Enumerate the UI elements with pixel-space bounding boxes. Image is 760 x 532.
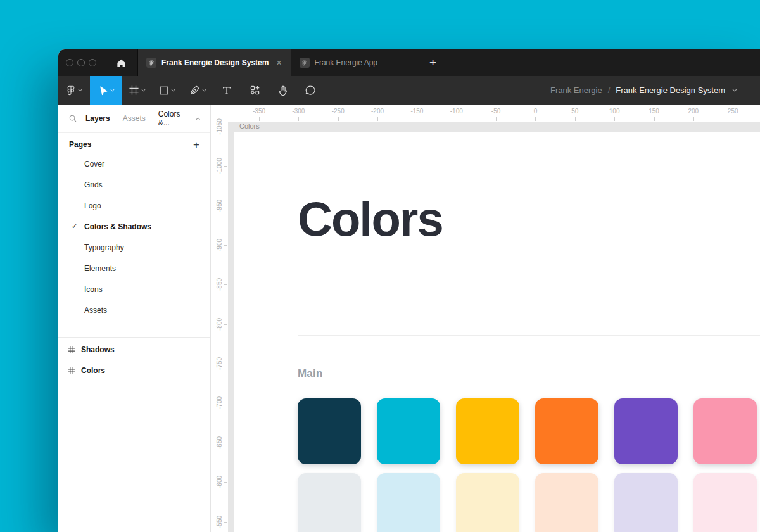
add-page-button[interactable]: +	[193, 139, 200, 150]
ruler-tick	[654, 117, 655, 121]
main-menu-button[interactable]	[58, 76, 90, 104]
page-label: Elements	[84, 264, 116, 273]
page-item[interactable]: Assets	[58, 300, 210, 320]
ruler-label: -50	[491, 108, 500, 115]
maximize-window-button[interactable]	[89, 59, 96, 66]
ruler-label: -600	[216, 474, 223, 491]
frame-name-label[interactable]: Colors	[239, 122, 260, 130]
chevron-down-icon	[202, 89, 206, 92]
home-button[interactable]	[104, 49, 138, 76]
page-item[interactable]: Logo	[58, 195, 210, 216]
ruler-tick	[224, 443, 227, 443]
tab-label: Frank Energie Design System	[162, 58, 269, 67]
color-swatch-purple[interactable]	[614, 398, 678, 464]
page-label: Cover	[84, 160, 104, 168]
tab-frank-energie-app[interactable]: Frank Energie App	[291, 49, 419, 76]
breadcrumb-team[interactable]: Frank Energie	[550, 86, 602, 95]
page-label: Assets	[84, 306, 107, 315]
pages-title: Pages	[69, 140, 91, 149]
ruler-tick	[259, 117, 260, 121]
shape-tool-button[interactable]	[152, 76, 182, 104]
ruler-tick	[535, 117, 536, 121]
ruler-label: -700	[216, 395, 223, 412]
ruler-label: 100	[609, 108, 620, 115]
move-cursor-icon	[98, 85, 108, 96]
pen-tool-button[interactable]	[182, 76, 213, 104]
search-button[interactable]	[68, 114, 77, 123]
color-swatch-pink-tint[interactable]	[694, 473, 757, 532]
breadcrumb-separator: /	[608, 86, 611, 95]
page-item[interactable]: Typography	[58, 237, 210, 258]
move-tool-button[interactable]	[90, 76, 122, 104]
close-window-button[interactable]	[66, 59, 73, 66]
color-swatch-cyan[interactable]	[377, 398, 440, 464]
text-tool-button[interactable]	[213, 76, 241, 104]
layer-item-frame[interactable]: Shadows	[58, 339, 210, 360]
left-sidebar: Layers Assets Colors &... Pages + CoverG…	[58, 104, 211, 532]
frame-layer-label: Shadows	[81, 345, 115, 354]
page-item[interactable]: Cover	[58, 153, 210, 174]
breadcrumb-file[interactable]: Frank Energie Design System	[616, 86, 725, 95]
color-swatch-pink[interactable]	[694, 398, 757, 464]
frame-icon	[68, 346, 75, 353]
page-item[interactable]: Grids	[58, 174, 210, 195]
section-label-main[interactable]: Main	[298, 367, 323, 380]
color-swatch-orange-tint[interactable]	[535, 473, 598, 532]
hand-icon	[277, 85, 288, 96]
ruler-label: -850	[216, 276, 223, 293]
ruler-tick	[377, 117, 378, 121]
tint-swatch-row	[298, 473, 757, 532]
comment-tool-button[interactable]	[296, 76, 324, 104]
color-swatch-purple-tint[interactable]	[614, 473, 678, 532]
canvas[interactable]: Colors Colors Main	[228, 122, 760, 532]
ruler-tick	[224, 403, 227, 403]
ruler-label: -1050	[216, 118, 223, 136]
minimize-window-button[interactable]	[77, 59, 85, 66]
tab-frank-energie-design-system[interactable]: Frank Energie Design System ×	[138, 49, 291, 76]
frame-tool-button[interactable]	[122, 76, 152, 104]
resources-tool-button[interactable]	[241, 76, 269, 104]
chevron-down-icon	[141, 89, 146, 92]
ruler-label: -1000	[216, 158, 223, 175]
frame-layer-label: Colors	[81, 366, 105, 375]
color-swatch-amber-tint[interactable]	[456, 473, 519, 532]
sidebar-tab-layers[interactable]: Layers	[86, 114, 110, 123]
color-swatch-dark-navy[interactable]	[298, 398, 361, 464]
ruler-tick	[224, 482, 227, 483]
color-swatch-amber[interactable]	[456, 398, 519, 464]
chevron-down-icon[interactable]	[732, 89, 737, 92]
frame-icon	[68, 367, 75, 374]
titlebar-spacer	[447, 49, 760, 76]
chevron-down-icon	[78, 89, 82, 92]
ruler-tick	[733, 117, 733, 121]
sidebar-tab-assets[interactable]: Assets	[123, 114, 146, 123]
ruler-tick	[224, 522, 227, 522]
frame-icon	[129, 85, 139, 96]
ruler-label: 50	[571, 108, 578, 115]
colors-frame[interactable]: Colors Main	[234, 132, 760, 532]
layer-item-frame[interactable]: Colors	[58, 360, 210, 381]
canvas-area: -350-300-250-200-150-100-500501001502002…	[211, 104, 760, 532]
content: Layers Assets Colors &... Pages + CoverG…	[58, 104, 760, 532]
page-item[interactable]: ✓Colors & Shadows	[58, 216, 210, 237]
ruler-tick	[417, 117, 417, 121]
page-item[interactable]: Elements	[58, 258, 210, 279]
pen-icon	[189, 85, 200, 96]
chevron-down-icon	[110, 89, 115, 92]
color-swatch-orange[interactable]	[535, 398, 598, 464]
ruler-tick	[614, 117, 615, 121]
close-tab-icon[interactable]: ×	[274, 57, 284, 68]
ruler-tick	[224, 324, 227, 325]
color-swatch-gray-tint[interactable]	[298, 473, 361, 532]
color-swatch-cyan-tint[interactable]	[377, 473, 440, 532]
pages-section: Pages + CoverGridsLogo✓Colors & ShadowsT…	[58, 133, 210, 320]
vertical-ruler: -1050-1000-950-900-850-800-750-700-650-6…	[211, 122, 228, 532]
ruler-tick	[224, 206, 227, 206]
page-title[interactable]: Colors	[298, 195, 443, 243]
ruler-label: -750	[216, 355, 223, 372]
figma-window: Frank Energie Design System × Frank Ener…	[58, 49, 760, 532]
page-picker[interactable]: Colors &...	[158, 110, 200, 127]
new-tab-button[interactable]: +	[419, 49, 447, 76]
hand-tool-button[interactable]	[269, 76, 296, 104]
page-item[interactable]: Icons	[58, 279, 210, 300]
